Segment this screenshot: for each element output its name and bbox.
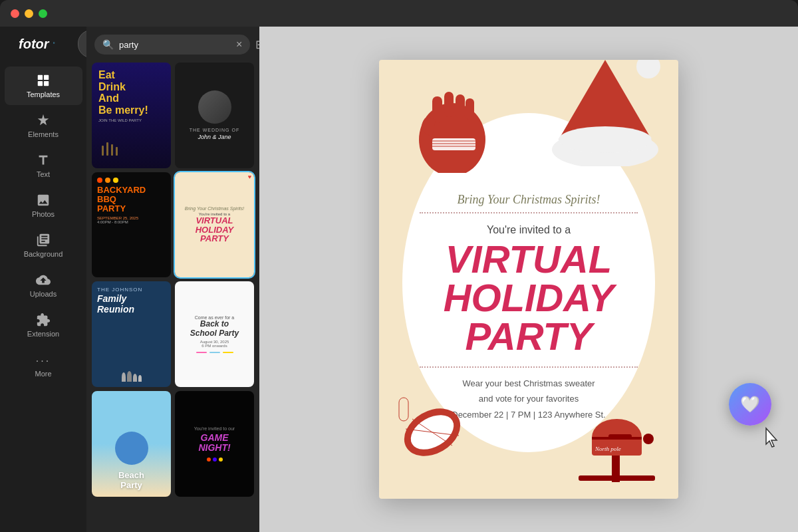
card-dotted-divider-top xyxy=(420,212,638,213)
card-top-decorations xyxy=(379,60,678,193)
app-container: fotor° Graphic Designer ▾ Templates xyxy=(0,27,798,532)
card-invited-text: You're invited to a xyxy=(487,224,571,236)
sidebar-more-label: More xyxy=(35,370,51,378)
svg-rect-14 xyxy=(432,138,475,150)
svg-point-32 xyxy=(643,434,654,444)
sidebar-item-background-label: Background xyxy=(24,250,63,258)
layers-icon xyxy=(36,73,51,88)
svg-rect-6 xyxy=(111,144,113,156)
logo-text: fotor xyxy=(19,37,49,52)
card-title-line3: PARTY xyxy=(444,317,614,356)
maximize-button[interactable] xyxy=(39,9,47,18)
sparkle-icon xyxy=(36,113,51,128)
sidebar-item-text-label: Text xyxy=(37,170,50,178)
svg-rect-5 xyxy=(106,142,108,156)
candy-decoration xyxy=(392,392,472,472)
svg-point-21 xyxy=(636,60,660,78)
svg-rect-2 xyxy=(38,81,43,86)
traffic-lights xyxy=(11,9,47,18)
sidebar-item-templates-label: Templates xyxy=(27,90,60,98)
svg-rect-12 xyxy=(456,94,465,118)
logo: fotor° xyxy=(8,29,66,60)
svg-rect-13 xyxy=(466,98,474,120)
svg-rect-31 xyxy=(608,434,632,440)
svg-rect-3 xyxy=(44,81,49,86)
card-tagline: Bring Your Christmas Spirits! xyxy=(458,193,600,207)
template-card-eat-drink[interactable]: EatDrinkAndBe merry! JOIN THE WILD PARTY xyxy=(92,63,171,168)
sidebar-item-extension-label: Extension xyxy=(27,330,59,338)
search-input-wrapper[interactable]: 🔍 × xyxy=(94,35,250,55)
text-icon xyxy=(36,153,51,168)
sidebar-item-elements[interactable]: Elements xyxy=(5,106,82,145)
main-layout: 🔍 × ⊞ EatDrinkAndBe merry! JOIN THE WILD… xyxy=(86,27,798,532)
template-grid: EatDrinkAndBe merry! JOIN THE WILD PARTY xyxy=(86,60,259,532)
template-card-beach[interactable]: BeachParty xyxy=(92,391,171,497)
card-detail1: Wear your best Christmas sweater xyxy=(462,378,595,388)
heart-icon: 🤍 xyxy=(740,395,760,414)
svg-rect-11 xyxy=(444,92,454,117)
svg-rect-26 xyxy=(399,398,408,421)
card-title-line2: HOLIDAY xyxy=(444,279,614,317)
sidebar-item-templates[interactable]: Templates xyxy=(5,66,82,105)
svg-text:North pole: North pole xyxy=(595,446,621,452)
template-card-family[interactable]: THE JOHNSON FamilyReunion xyxy=(92,281,171,387)
background-icon xyxy=(36,233,51,247)
clear-icon[interactable]: × xyxy=(236,39,242,51)
sidebar-nav: Templates Elements Text Photos xyxy=(0,61,86,384)
sidebar-item-elements-label: Elements xyxy=(28,130,59,138)
template-card-virtual[interactable]: ♥ Bring Your Christmas Spirits! You're i… xyxy=(175,172,254,278)
svg-rect-33 xyxy=(579,475,655,481)
top-bar: fotor° Graphic Designer ▾ xyxy=(0,27,86,61)
extension-icon xyxy=(36,313,51,327)
template-card-school[interactable]: Come as ever for a Back toSchool Party A… xyxy=(175,281,254,387)
template-card-game[interactable]: You're invited to our GAMENIGHT! xyxy=(175,391,254,497)
sidebar-item-uploads[interactable]: Uploads xyxy=(5,266,82,305)
svg-rect-1 xyxy=(44,75,49,80)
mailbox-decoration: North pole xyxy=(572,399,665,492)
card-dotted-divider-bottom xyxy=(420,366,638,368)
svg-rect-4 xyxy=(102,146,104,156)
minimize-button[interactable] xyxy=(25,9,33,18)
sidebar-item-photos[interactable]: Photos xyxy=(5,186,82,225)
image-icon xyxy=(36,193,51,207)
template-panel: 🔍 × ⊞ EatDrinkAndBe merry! JOIN THE WILD… xyxy=(86,27,259,532)
upload-icon xyxy=(36,273,51,287)
template-card-bbq[interactable]: BACKYARDBBQPARTY SEPTEMBER 25, 2025 4:00… xyxy=(92,172,171,278)
sidebar-item-more[interactable]: ··· More xyxy=(29,348,57,384)
santa-hat-decoration xyxy=(545,60,665,166)
template-card-wedding[interactable]: THE WEDDING OF John & Jane xyxy=(175,63,254,168)
search-icon: 🔍 xyxy=(102,39,114,50)
sidebar-item-photos-label: Photos xyxy=(32,210,55,218)
svg-rect-7 xyxy=(116,147,118,156)
canvas-area: Bring Your Christmas Spirits! You're inv… xyxy=(259,27,798,532)
close-button[interactable] xyxy=(11,9,19,18)
search-bar: 🔍 × ⊞ xyxy=(86,27,259,60)
sidebar-item-text[interactable]: Text xyxy=(5,146,82,185)
search-input[interactable] xyxy=(119,40,231,50)
svg-point-20 xyxy=(559,126,652,153)
favorites-button[interactable]: 🤍 xyxy=(729,383,771,426)
sidebar-item-background[interactable]: Background xyxy=(5,226,82,265)
canvas-card[interactable]: Bring Your Christmas Spirits! You're inv… xyxy=(379,60,678,499)
card-main-title: VIRTUAL HOLIDAY PARTY xyxy=(444,240,614,356)
glove-decoration xyxy=(399,66,505,173)
sidebar-item-extension[interactable]: Extension xyxy=(5,306,82,344)
card-bottom-decorations: North pole xyxy=(379,392,678,499)
sidebar-item-uploads-label: Uploads xyxy=(30,290,57,298)
sidebar: fotor° Graphic Designer ▾ Templates xyxy=(0,27,86,532)
card-title-line1: VIRTUAL xyxy=(444,240,614,279)
window-chrome xyxy=(0,0,798,27)
card-content: Bring Your Christmas Spirits! You're inv… xyxy=(379,193,678,422)
svg-rect-0 xyxy=(38,75,43,80)
